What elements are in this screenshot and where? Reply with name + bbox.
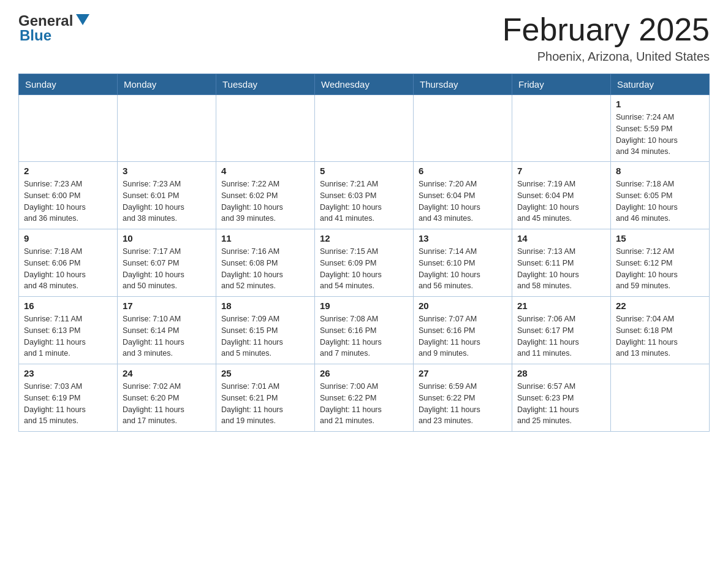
- day-cell: [315, 95, 414, 162]
- day-cell: [19, 95, 118, 162]
- day-cell: 5Sunrise: 7:21 AM Sunset: 6:03 PM Daylig…: [315, 162, 414, 229]
- day-info: Sunrise: 7:23 AM Sunset: 6:01 PM Dayligh…: [123, 178, 211, 224]
- logo-blue: Blue: [20, 27, 51, 44]
- day-cell: 4Sunrise: 7:22 AM Sunset: 6:02 PM Daylig…: [216, 162, 315, 229]
- day-number: 13: [419, 233, 507, 243]
- day-cell: 20Sunrise: 7:07 AM Sunset: 6:16 PM Dayli…: [414, 297, 512, 364]
- day-cell: 19Sunrise: 7:08 AM Sunset: 6:16 PM Dayli…: [315, 297, 414, 364]
- day-info: Sunrise: 7:09 AM Sunset: 6:15 PM Dayligh…: [221, 313, 309, 359]
- day-cell: [611, 364, 710, 432]
- day-number: 4: [221, 166, 309, 176]
- day-cell: 24Sunrise: 7:02 AM Sunset: 6:20 PM Dayli…: [118, 364, 216, 432]
- day-info: Sunrise: 7:08 AM Sunset: 6:16 PM Dayligh…: [320, 313, 408, 359]
- col-monday: Monday: [118, 74, 216, 95]
- day-number: 7: [517, 166, 605, 176]
- day-cell: 7Sunrise: 7:19 AM Sunset: 6:04 PM Daylig…: [512, 162, 611, 229]
- day-info: Sunrise: 7:13 AM Sunset: 6:11 PM Dayligh…: [517, 246, 605, 292]
- day-info: Sunrise: 7:23 AM Sunset: 6:00 PM Dayligh…: [24, 178, 112, 224]
- day-number: 12: [320, 233, 408, 243]
- day-number: 25: [221, 368, 309, 378]
- day-cell: 10Sunrise: 7:17 AM Sunset: 6:07 PM Dayli…: [118, 229, 216, 297]
- day-number: 24: [123, 368, 211, 378]
- day-cell: 15Sunrise: 7:12 AM Sunset: 6:12 PM Dayli…: [611, 229, 710, 297]
- day-number: 20: [419, 301, 507, 311]
- day-info: Sunrise: 7:24 AM Sunset: 5:59 PM Dayligh…: [616, 112, 704, 158]
- page-title: February 2025: [502, 12, 710, 47]
- day-info: Sunrise: 7:18 AM Sunset: 6:05 PM Dayligh…: [616, 178, 704, 224]
- day-info: Sunrise: 7:22 AM Sunset: 6:02 PM Dayligh…: [221, 178, 309, 224]
- day-info: Sunrise: 7:06 AM Sunset: 6:17 PM Dayligh…: [517, 313, 605, 359]
- day-info: Sunrise: 7:01 AM Sunset: 6:21 PM Dayligh…: [221, 381, 309, 427]
- day-cell: 16Sunrise: 7:11 AM Sunset: 6:13 PM Dayli…: [19, 297, 118, 364]
- day-cell: 22Sunrise: 7:04 AM Sunset: 6:18 PM Dayli…: [611, 297, 710, 364]
- day-cell: 1Sunrise: 7:24 AM Sunset: 5:59 PM Daylig…: [611, 95, 710, 162]
- day-number: 19: [320, 301, 408, 311]
- day-info: Sunrise: 7:21 AM Sunset: 6:03 PM Dayligh…: [320, 178, 408, 224]
- day-cell: [118, 95, 216, 162]
- day-number: 28: [517, 368, 605, 378]
- day-cell: 12Sunrise: 7:15 AM Sunset: 6:09 PM Dayli…: [315, 229, 414, 297]
- day-number: 8: [616, 166, 704, 176]
- day-info: Sunrise: 6:59 AM Sunset: 6:22 PM Dayligh…: [419, 381, 507, 427]
- day-cell: 9Sunrise: 7:18 AM Sunset: 6:06 PM Daylig…: [19, 229, 118, 297]
- day-number: 5: [320, 166, 408, 176]
- day-number: 9: [24, 233, 112, 243]
- day-cell: 21Sunrise: 7:06 AM Sunset: 6:17 PM Dayli…: [512, 297, 611, 364]
- day-info: Sunrise: 7:19 AM Sunset: 6:04 PM Dayligh…: [517, 178, 605, 224]
- day-info: Sunrise: 7:07 AM Sunset: 6:16 PM Dayligh…: [419, 313, 507, 359]
- day-cell: 17Sunrise: 7:10 AM Sunset: 6:14 PM Dayli…: [118, 297, 216, 364]
- col-tuesday: Tuesday: [216, 74, 315, 95]
- col-saturday: Saturday: [611, 74, 710, 95]
- day-cell: 25Sunrise: 7:01 AM Sunset: 6:21 PM Dayli…: [216, 364, 315, 432]
- day-number: 16: [24, 301, 112, 311]
- day-cell: [414, 95, 512, 162]
- day-info: Sunrise: 7:00 AM Sunset: 6:22 PM Dayligh…: [320, 381, 408, 427]
- day-number: 6: [419, 166, 507, 176]
- day-cell: 23Sunrise: 7:03 AM Sunset: 6:19 PM Dayli…: [19, 364, 118, 432]
- day-info: Sunrise: 7:20 AM Sunset: 6:04 PM Dayligh…: [419, 178, 507, 224]
- header: General Blue February 2025 Phoenix, Ariz…: [18, 12, 710, 64]
- day-cell: [216, 95, 315, 162]
- day-number: 1: [616, 99, 704, 109]
- day-number: 18: [221, 301, 309, 311]
- week-row-4: 16Sunrise: 7:11 AM Sunset: 6:13 PM Dayli…: [19, 297, 710, 364]
- day-number: 15: [616, 233, 704, 243]
- day-cell: 3Sunrise: 7:23 AM Sunset: 6:01 PM Daylig…: [118, 162, 216, 229]
- day-number: 22: [616, 301, 704, 311]
- day-cell: [512, 95, 611, 162]
- day-info: Sunrise: 7:04 AM Sunset: 6:18 PM Dayligh…: [616, 313, 704, 359]
- day-info: Sunrise: 7:10 AM Sunset: 6:14 PM Dayligh…: [123, 313, 211, 359]
- calendar-header-row: Sunday Monday Tuesday Wednesday Thursday…: [19, 74, 710, 95]
- svg-marker-0: [76, 14, 89, 25]
- title-area: February 2025 Phoenix, Arizona, United S…: [502, 12, 710, 64]
- day-info: Sunrise: 7:02 AM Sunset: 6:20 PM Dayligh…: [123, 381, 211, 427]
- week-row-1: 1Sunrise: 7:24 AM Sunset: 5:59 PM Daylig…: [19, 95, 710, 162]
- col-sunday: Sunday: [19, 74, 118, 95]
- day-info: Sunrise: 6:57 AM Sunset: 6:23 PM Dayligh…: [517, 381, 605, 427]
- day-number: 11: [221, 233, 309, 243]
- day-cell: 8Sunrise: 7:18 AM Sunset: 6:05 PM Daylig…: [611, 162, 710, 229]
- day-cell: 11Sunrise: 7:16 AM Sunset: 6:08 PM Dayli…: [216, 229, 315, 297]
- day-cell: 27Sunrise: 6:59 AM Sunset: 6:22 PM Dayli…: [414, 364, 512, 432]
- day-cell: 18Sunrise: 7:09 AM Sunset: 6:15 PM Dayli…: [216, 297, 315, 364]
- day-number: 26: [320, 368, 408, 378]
- day-number: 2: [24, 166, 112, 176]
- day-cell: 28Sunrise: 6:57 AM Sunset: 6:23 PM Dayli…: [512, 364, 611, 432]
- logo-arrow-icon: [76, 14, 89, 28]
- day-info: Sunrise: 7:17 AM Sunset: 6:07 PM Dayligh…: [123, 246, 211, 292]
- day-info: Sunrise: 7:18 AM Sunset: 6:06 PM Dayligh…: [24, 246, 112, 292]
- calendar: Sunday Monday Tuesday Wednesday Thursday…: [18, 74, 710, 432]
- week-row-5: 23Sunrise: 7:03 AM Sunset: 6:19 PM Dayli…: [19, 364, 710, 432]
- day-info: Sunrise: 7:16 AM Sunset: 6:08 PM Dayligh…: [221, 246, 309, 292]
- col-thursday: Thursday: [414, 74, 512, 95]
- day-number: 10: [123, 233, 211, 243]
- week-row-3: 9Sunrise: 7:18 AM Sunset: 6:06 PM Daylig…: [19, 229, 710, 297]
- day-info: Sunrise: 7:15 AM Sunset: 6:09 PM Dayligh…: [320, 246, 408, 292]
- day-number: 17: [123, 301, 211, 311]
- col-wednesday: Wednesday: [315, 74, 414, 95]
- day-number: 21: [517, 301, 605, 311]
- day-cell: 26Sunrise: 7:00 AM Sunset: 6:22 PM Dayli…: [315, 364, 414, 432]
- day-cell: 2Sunrise: 7:23 AM Sunset: 6:00 PM Daylig…: [19, 162, 118, 229]
- page-subtitle: Phoenix, Arizona, United States: [502, 50, 710, 64]
- day-info: Sunrise: 7:12 AM Sunset: 6:12 PM Dayligh…: [616, 246, 704, 292]
